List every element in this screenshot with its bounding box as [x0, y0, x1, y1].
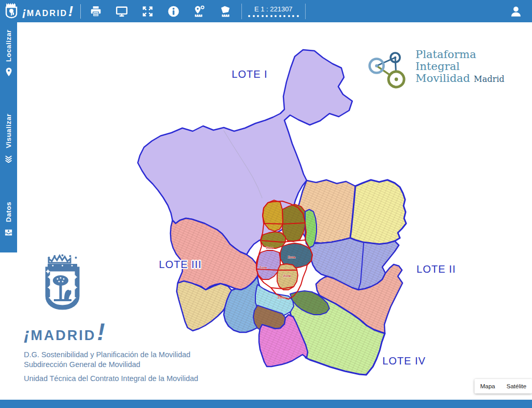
pim-logo-text: Plataforma Integral MovilidadMadrid [415, 46, 505, 85]
map-region-periwinkle-east [309, 238, 399, 290]
map-region-texture [350, 180, 406, 244]
map-region-texture [261, 232, 285, 248]
measure-area-icon [219, 5, 232, 18]
map-region-zona-violet [256, 250, 280, 279]
toolbar-separator [80, 4, 81, 19]
info-icon [167, 5, 180, 18]
map-region-magenta-south [259, 315, 308, 367]
print-button[interactable] [83, 0, 109, 22]
org-line-2: Subdirección General de Movilidad [24, 360, 198, 370]
map-region-green-lote4 [289, 293, 385, 375]
zone-label: Zona [278, 296, 285, 299]
map-region-yellow-east [350, 180, 406, 244]
footer-wordmark: ¡ MADRID ! [24, 320, 198, 344]
map-type-control: Mapa Satélite [475, 379, 532, 393]
top-toolbar: ¡ MADRID ! [0, 0, 532, 22]
map-region-zona-olive-east [282, 204, 306, 242]
info-button[interactable] [161, 0, 186, 22]
red-zone-divider [282, 209, 283, 224]
screen-button[interactable] [109, 0, 135, 22]
pim-line-3: MovilidadMadrid [415, 73, 505, 85]
red-zone-divider [264, 223, 305, 224]
scale-indicator: E 1 : 221307 [241, 4, 306, 19]
map-region-texture [263, 200, 284, 231]
sidebar-label-visualizar: Visualizar [5, 114, 12, 148]
map-type-satelite-button[interactable]: Satélite [501, 379, 532, 393]
lote-label: LOTE I [232, 68, 267, 80]
red-zone-divider [271, 287, 294, 289]
brand-wordmark: ¡ MADRID ! [22, 4, 73, 19]
lote-label: LOTE IV [382, 355, 426, 367]
zone-label: Zona [260, 266, 267, 269]
map-region-texture [282, 204, 306, 242]
left-sidebar: Localizar Visualizar Datos [0, 22, 17, 252]
red-zone-divider [262, 240, 305, 242]
map-region-cyan-south [255, 285, 294, 318]
map-region-salmon-southeast [316, 264, 402, 333]
map-region-texture [296, 180, 355, 243]
pim-madrid-app: ZonaZonaZonaZonaZonaLOTE ILOTE IILOTE II… [0, 0, 532, 408]
zone-label: Zona [288, 256, 296, 259]
printer-icon [90, 5, 102, 18]
map-region-texture [224, 276, 270, 332]
data-tray-icon [4, 228, 13, 239]
sidebar-label-datos: Datos [5, 202, 12, 222]
map-region-texture [305, 209, 317, 248]
map-region-green-strip-center [305, 209, 317, 248]
sidebar-item-localizar[interactable]: Localizar [0, 30, 17, 79]
map-region-zona-mustard [263, 200, 284, 231]
user-icon [510, 5, 522, 18]
zone-label: Zona [266, 246, 274, 249]
sidebar-item-visualizar[interactable]: Visualizar [0, 114, 17, 165]
map-region-zona-tan-center [277, 264, 298, 290]
madrid-footer-brand: ¡ MADRID ! D.G. Sostenibilidad y Planifi… [24, 254, 198, 384]
scale-dots [248, 15, 299, 17]
map-region-texture [280, 243, 312, 268]
map-region-texture [255, 285, 294, 318]
map-region-texture [253, 305, 285, 332]
pim-network-icon [365, 46, 410, 91]
map-region-steelblue-southwest [224, 276, 270, 332]
map-region-texture [256, 250, 280, 279]
org-line-1: D.G. Sostenibilidad y Planificación de l… [24, 350, 198, 360]
madrid-crest-icon [4, 2, 19, 21]
sidebar-item-datos[interactable]: Datos [0, 202, 17, 239]
scale-label: E 1 : 221307 [254, 5, 293, 13]
map-region-texture [289, 293, 385, 375]
map-region-darkgreen-southeast [290, 291, 329, 315]
bottom-bar [0, 400, 532, 408]
map-boundary-line [224, 131, 262, 198]
user-button[interactable] [503, 0, 529, 22]
measure-area-button[interactable] [212, 0, 238, 22]
layers-icon [4, 154, 13, 165]
madrid-brand[interactable]: ¡ MADRID ! [0, 2, 78, 21]
measure-distance-icon [193, 5, 206, 18]
fullscreen-icon [141, 5, 154, 18]
map-region-brown-south [253, 305, 285, 332]
map-boundary-line [358, 243, 364, 289]
monitor-icon [116, 5, 128, 18]
map-region-peach-northeast [296, 180, 355, 243]
pim-madrid-suffix: Madrid [474, 74, 505, 84]
red-zone-divider [256, 269, 297, 270]
map-region-texture [290, 291, 329, 315]
pim-line-2: Integral [415, 61, 505, 73]
madrid-crest-large-icon [40, 254, 85, 317]
zone-label: Zona [283, 274, 291, 277]
map-region-texture [277, 264, 298, 290]
map-region-texture [309, 238, 399, 290]
central-red-zone-boundary [256, 201, 312, 299]
map-region-zona-teal [280, 243, 312, 268]
fullscreen-button[interactable] [135, 0, 161, 22]
map-region-lote1-north [138, 50, 352, 255]
org-line-3: Unidad Técnica del Contrato Integral de … [24, 374, 198, 384]
measure-distance-button[interactable] [186, 0, 212, 22]
map-type-mapa-button[interactable]: Mapa [475, 379, 501, 393]
map-region-texture [316, 264, 402, 333]
sidebar-label-localizar: Localizar [5, 30, 12, 62]
map-pin-icon [5, 67, 13, 79]
pim-logo: Plataforma Integral MovilidadMadrid [365, 46, 505, 91]
lote-label: LOTE II [416, 263, 456, 275]
organization-lines: D.G. Sostenibilidad y Planificación de l… [24, 350, 198, 384]
map-region-texture [259, 315, 308, 367]
